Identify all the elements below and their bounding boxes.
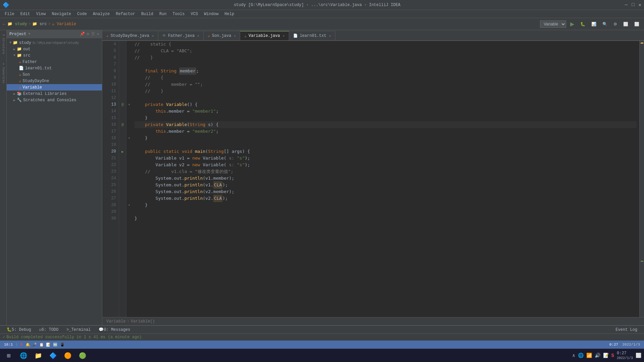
tab-studydayone[interactable]: ☕ StudyDayOne.java ✕ xyxy=(102,31,158,40)
tray-sogou[interactable]: S xyxy=(611,353,614,358)
run-config-select[interactable]: Variable xyxy=(540,20,566,28)
code-line-25: System.out.println(v1.CLA); xyxy=(135,182,637,188)
gutter-20-run-marker[interactable]: ▶ xyxy=(121,149,124,154)
maximize-button[interactable]: □ xyxy=(632,2,634,8)
menu-build[interactable]: Build xyxy=(139,11,156,17)
gutter-13-marker[interactable]: @ xyxy=(121,103,124,107)
tab-learn01[interactable]: 📄 learn01.txt ✕ xyxy=(289,31,335,40)
taskbar-explorer[interactable]: 📁 xyxy=(32,350,44,362)
tray-wifi[interactable]: 📶 xyxy=(586,353,592,358)
close-button[interactable]: ✕ xyxy=(639,2,641,8)
breadcrumb-study[interactable]: 📁 study xyxy=(7,21,27,26)
tree-external-libs[interactable]: ▶ 📚 External Libraries xyxy=(7,90,102,97)
tab-son-close[interactable]: ✕ xyxy=(234,34,236,38)
project-settings-icon[interactable]: ⚙ xyxy=(87,32,89,37)
event-log-btn[interactable]: Event Log xyxy=(611,326,641,334)
tab-son[interactable]: ☕ Son.java ✕ xyxy=(204,31,240,40)
left-icon-favorites[interactable]: ★ Favorites xyxy=(1,61,6,85)
taskbar-edge[interactable]: 🌐 xyxy=(17,350,30,362)
project-gear-icon[interactable]: ☰ xyxy=(91,32,95,37)
tree-studydayone[interactable]: ☕ StudyDayOne xyxy=(7,78,102,84)
bottom-tab-messages[interactable]: 💬 0: Messages xyxy=(95,326,134,334)
tab-studydayone-close[interactable]: ✕ xyxy=(152,34,154,38)
menu-navigate[interactable]: Navigate xyxy=(49,11,74,17)
taskbar-start[interactable]: ⊞ xyxy=(3,350,15,362)
gutter-17 xyxy=(119,128,126,135)
toolbar: ← 📁 study > 📁 src > ☕ Variable Variable … xyxy=(0,18,644,30)
code-content[interactable]: // static { // CLA = "ABC"; // } final S… xyxy=(132,41,639,317)
tab-variable-close[interactable]: ✕ xyxy=(283,34,285,38)
git-button[interactable]: ⬜ xyxy=(621,21,630,27)
project-dropdown-icon[interactable]: ▼ xyxy=(28,32,30,36)
tab-father-close[interactable]: ✕ xyxy=(197,34,199,38)
run-with-coverage-button[interactable]: 📊 xyxy=(589,21,598,27)
tree-out[interactable]: ▶ 📁 out xyxy=(7,46,102,52)
bottom-tab-debug[interactable]: 🐛 5: Debug xyxy=(3,326,35,334)
tree-src-label: src xyxy=(23,53,31,58)
menu-help[interactable]: Help xyxy=(222,11,237,17)
tray-lang[interactable]: 📝 xyxy=(603,353,609,358)
tab-variable[interactable]: ☕ Variable.java ✕ xyxy=(240,31,289,40)
build-status-text: Build completed successfully in 1 s 41 m… xyxy=(6,335,142,340)
menu-code[interactable]: Code xyxy=(74,11,90,17)
taskbar-intellij[interactable]: 🔷 xyxy=(47,350,59,362)
menu-edit[interactable]: Edit xyxy=(18,11,33,17)
tray-network[interactable]: 🌐 xyxy=(578,353,584,358)
status-position: 16:1 xyxy=(4,343,13,347)
breadcrumb-variable[interactable]: ☕ Variable xyxy=(52,21,76,26)
search-button[interactable]: 🔍 xyxy=(600,21,609,27)
taskbar-chrome[interactable]: 🟢 xyxy=(76,350,89,362)
title-bar: 🔷 study [G:\MyLearnSpace\study] - ...\sr… xyxy=(0,0,644,10)
tray-clock[interactable]: 0:272022/1/3 xyxy=(617,351,633,360)
status-bar: 16:1 | S 🔔 🎤 📋 📝 🔤 📱 0:27 2022/1/3 xyxy=(0,341,644,349)
breadcrumb-method[interactable]: Variable() xyxy=(131,319,155,324)
menu-analyze[interactable]: Analyze xyxy=(90,11,112,17)
line-num-9: 9 xyxy=(105,74,116,81)
tree-father[interactable]: ☕ Father xyxy=(7,59,102,65)
bookmark-button[interactable]: ⬜ xyxy=(632,21,641,27)
tray-arrow[interactable]: ∧ xyxy=(572,353,575,358)
project-close-icon[interactable]: ✕ xyxy=(97,32,99,37)
code-line-7 xyxy=(135,61,637,68)
tree-son[interactable]: ☕ Son xyxy=(7,71,102,78)
collapse-28[interactable]: ▾ xyxy=(128,203,130,207)
code-editor-wrapper: 4 5 6 7 8 9 10 11 12 13 14 15 16 17 18 1… xyxy=(102,41,644,317)
tree-root-study[interactable]: ▼ 📁 study G:\MyLearnSpace\study xyxy=(7,40,102,46)
minimize-button[interactable]: — xyxy=(625,2,628,8)
gutter-16-marker[interactable]: @ xyxy=(121,123,124,127)
left-icon-structure[interactable]: Z Structure xyxy=(1,33,6,55)
src-folder-icon: 📁 xyxy=(17,53,22,58)
tab-father[interactable]: 👁 Father.java ✕ xyxy=(158,31,204,40)
menu-run[interactable]: Run xyxy=(157,11,169,17)
debug-button[interactable]: 🐛 xyxy=(578,21,587,27)
breadcrumb-src[interactable]: 📁 src xyxy=(32,21,47,26)
right-scrollbar[interactable] xyxy=(639,41,644,317)
tab-learn01-close[interactable]: ✕ xyxy=(329,34,331,38)
breadcrumb-variable-bottom[interactable]: Variable xyxy=(106,319,126,324)
tree-src[interactable]: ▼ 📁 src xyxy=(7,52,102,59)
run-button[interactable]: ▶ xyxy=(568,20,576,28)
menu-window[interactable]: Window xyxy=(201,11,221,17)
bottom-tab-terminal[interactable]: >_ Terminal xyxy=(62,326,95,334)
menu-refactor[interactable]: Refactor xyxy=(113,11,138,17)
tree-variable[interactable]: ☕ Variable xyxy=(7,84,102,90)
taskbar-app4[interactable]: 🟠 xyxy=(62,350,74,362)
project-pin-icon[interactable]: 📌 xyxy=(80,32,85,37)
menu-tools[interactable]: Tools xyxy=(170,11,187,17)
settings-button[interactable]: ⚙ xyxy=(611,21,619,27)
gutter-25 xyxy=(119,182,126,188)
tree-learn01[interactable]: 📄 learn01.txt xyxy=(7,65,102,71)
collapse-18[interactable]: ▾ xyxy=(128,136,130,140)
toolbar-back-icon[interactable]: ← xyxy=(3,21,5,27)
scroll-marker-yellow xyxy=(641,43,643,44)
bottom-tab-todo[interactable]: ☑ 6: TODO xyxy=(35,326,63,334)
line-num-12: 12 xyxy=(105,95,116,101)
title-bar-controls[interactable]: — □ ✕ xyxy=(625,2,641,8)
tray-show-desktop[interactable]: ⬜ xyxy=(636,353,641,358)
menu-view[interactable]: View xyxy=(34,11,49,17)
collapse-13[interactable]: ▾ xyxy=(128,103,130,107)
menu-vcs[interactable]: VCS xyxy=(188,11,201,17)
menu-file[interactable]: File xyxy=(2,11,17,17)
tray-volume[interactable]: 🔊 xyxy=(595,353,600,358)
tree-scratches[interactable]: ▶ 🔧 Scratches and Consoles xyxy=(7,97,102,103)
